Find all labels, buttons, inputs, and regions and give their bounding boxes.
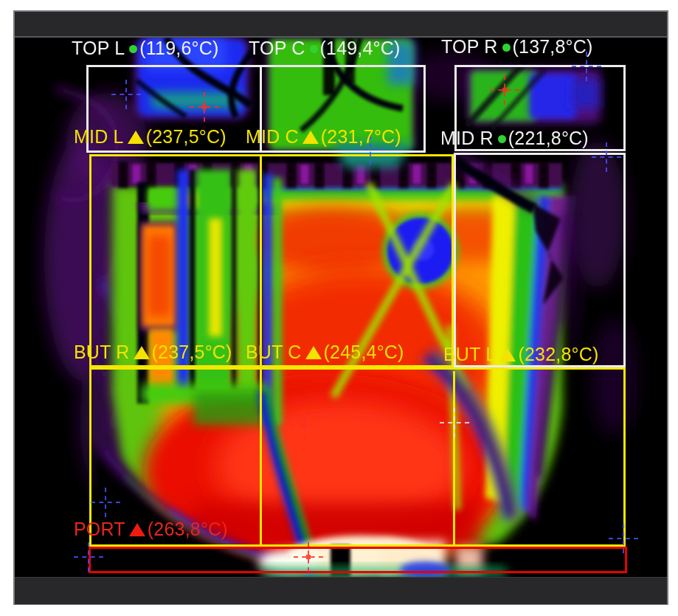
window-bottom-bar	[15, 577, 667, 604]
window-top-bar	[15, 12, 667, 38]
top-right-unit	[466, 64, 601, 129]
top-center-unit	[266, 38, 415, 167]
page-root: { "window": { "page_background": "#fffff…	[0, 0, 678, 616]
thermal-image	[15, 38, 667, 577]
left-pipes	[137, 170, 282, 425]
app-window	[13, 10, 668, 605]
thermal-canvas[interactable]	[15, 38, 667, 577]
top-left-unit	[135, 38, 264, 119]
